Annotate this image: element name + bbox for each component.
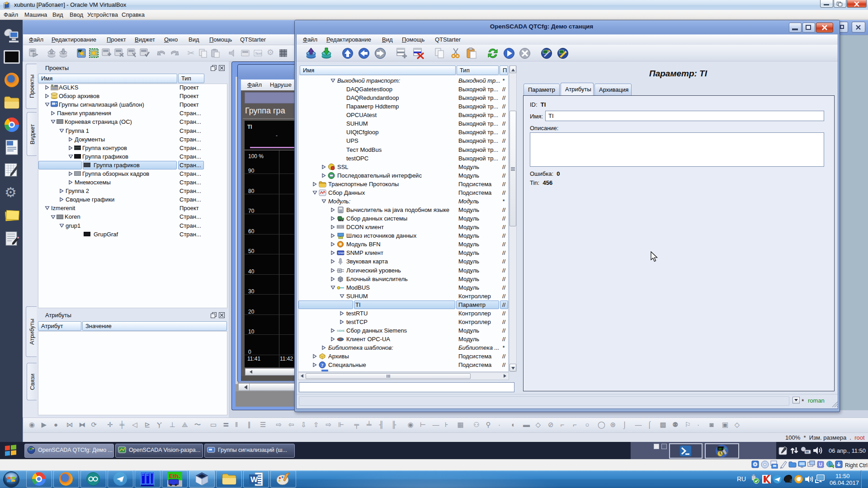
svg-text:SIEMENS: SIEMENS — [337, 329, 344, 332]
svg-text:10:05: 10:05 — [718, 447, 726, 450]
svg-text:Text: Text — [255, 52, 262, 56]
svg-text:W: W — [250, 475, 258, 484]
svg-text:Eth.: Eth. — [169, 473, 180, 479]
svg-text:U: U — [819, 462, 822, 467]
svg-text:?: ? — [321, 362, 324, 368]
svg-text:SNMP: SNMP — [338, 252, 345, 254]
